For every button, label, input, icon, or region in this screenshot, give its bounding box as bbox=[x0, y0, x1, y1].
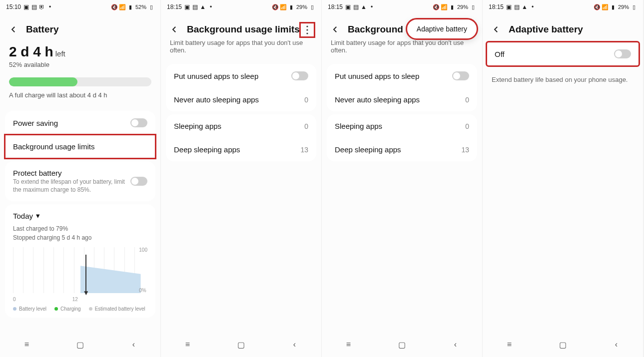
put-unused-sleep-row[interactable]: Put unused apps to sleep bbox=[327, 64, 477, 88]
dot-icon: • bbox=[530, 4, 536, 10]
put-sleep-label: Put unused apps to sleep bbox=[335, 72, 419, 80]
group-sleeping-apps: Sleeping apps 0 Deep sleeping apps 13 bbox=[166, 114, 316, 161]
back-icon[interactable] bbox=[170, 25, 179, 34]
adaptive-battery-label: Adaptive battery bbox=[417, 25, 467, 33]
sleeping-apps-row[interactable]: Sleeping apps 0 bbox=[166, 114, 316, 138]
power-saving-row[interactable]: Power saving bbox=[5, 111, 155, 135]
warn-icon: ▲ bbox=[522, 4, 528, 10]
adaptive-toggle[interactable] bbox=[614, 49, 631, 58]
dot-icon: • bbox=[47, 4, 53, 10]
last-charged: Last charged to 79% bbox=[13, 224, 147, 233]
back-button[interactable]: ‹ bbox=[124, 339, 144, 350]
image-icon: ▤ bbox=[192, 4, 198, 10]
notif-icon: ▣ bbox=[506, 4, 512, 10]
put-sleep-toggle[interactable] bbox=[291, 71, 308, 80]
today-dropdown[interactable]: Today ▾ bbox=[13, 211, 147, 220]
battery-pct: 29% bbox=[457, 4, 468, 10]
recents-button[interactable]: ≡ bbox=[178, 339, 198, 350]
page-subtitle: Limit battery usage for apps that you do… bbox=[322, 39, 482, 61]
protect-battery-row[interactable]: Protect battery To extend the lifespan o… bbox=[5, 161, 155, 201]
never-auto-row[interactable]: Never auto sleeping apps 0 bbox=[327, 88, 477, 111]
status-bar: 18:15 ▣ ▤ ▲ • 🔇 📶 ▮ 29% ▯ bbox=[161, 0, 321, 14]
sleeping-count: 0 bbox=[304, 122, 308, 130]
recents-button[interactable]: ≡ bbox=[17, 339, 37, 350]
legend-estimated: Estimated battery level bbox=[89, 306, 145, 312]
screen-battery: 15:10 ▣ ▤ ⛨ • 🔇 📶 ▮ 52% ▯ Battery 2 d 4 … bbox=[0, 0, 161, 357]
back-button[interactable]: ‹ bbox=[607, 339, 627, 350]
home-button[interactable]: ▢ bbox=[392, 339, 412, 350]
wifi-icon: 📶 bbox=[441, 4, 447, 10]
adaptive-off-row[interactable]: Off bbox=[487, 42, 639, 66]
sleeping-label: Sleeping apps bbox=[335, 122, 382, 130]
put-unused-sleep-row[interactable]: Put unused apps to sleep bbox=[166, 64, 316, 88]
recents-button[interactable]: ≡ bbox=[339, 339, 359, 350]
sleeping-apps-row[interactable]: Sleeping apps 0 bbox=[327, 114, 477, 138]
clock: 18:15 bbox=[328, 3, 343, 10]
mute-icon: 🔇 bbox=[594, 4, 600, 10]
image-icon: ▤ bbox=[31, 4, 37, 10]
deep-count: 13 bbox=[461, 146, 469, 154]
warn-icon: ▲ bbox=[200, 4, 206, 10]
status-bar: 15:10 ▣ ▤ ⛨ • 🔇 📶 ▮ 52% ▯ bbox=[0, 0, 160, 14]
group-sleep-toggle: Put unused apps to sleep Never auto slee… bbox=[327, 64, 477, 111]
clock: 18:15 bbox=[489, 3, 504, 10]
y-bot: 0% bbox=[139, 288, 147, 293]
nav-bar: ≡ ▢ ‹ bbox=[322, 336, 482, 353]
battery-icon: ▯ bbox=[631, 4, 637, 10]
protect-battery-desc: To extend the lifespan of your battery, … bbox=[13, 178, 130, 194]
status-bar: 18:15 ▣ ▤ ▲ • 🔇 📶 ▮ 29% ▯ bbox=[483, 0, 643, 14]
mute-icon: 🔇 bbox=[433, 4, 439, 10]
wifi-icon: 📶 bbox=[280, 4, 286, 10]
battery-icon: ▯ bbox=[309, 4, 315, 10]
back-button[interactable]: ‹ bbox=[446, 339, 466, 350]
more-menu-button[interactable] bbox=[300, 23, 314, 37]
home-button[interactable]: ▢ bbox=[70, 339, 90, 350]
sleeping-count: 0 bbox=[465, 122, 469, 130]
stopped-charging: Stopped charging 5 d 4 h ago bbox=[13, 233, 147, 242]
nav-bar: ≡ ▢ ‹ bbox=[161, 336, 321, 353]
wifi-icon: 📶 bbox=[119, 4, 125, 10]
deep-sleeping-row[interactable]: Deep sleeping apps 13 bbox=[166, 138, 316, 161]
power-saving-label: Power saving bbox=[13, 119, 58, 127]
home-button[interactable]: ▢ bbox=[553, 339, 573, 350]
chart-now-marker bbox=[85, 255, 86, 293]
status-bar: 18:15 ▣ ▤ ▲ • 🔇 📶 ▮ 29% ▯ bbox=[322, 0, 482, 14]
deep-label: Deep sleeping apps bbox=[174, 145, 240, 154]
put-sleep-label: Put unused apps to sleep bbox=[174, 72, 258, 80]
clock: 15:10 bbox=[6, 3, 21, 10]
adaptive-desc: Extend battery life based on your phone … bbox=[483, 69, 643, 90]
image-icon: ▤ bbox=[514, 4, 520, 10]
deep-sleeping-row[interactable]: Deep sleeping apps 13 bbox=[327, 138, 477, 161]
never-auto-count: 0 bbox=[465, 96, 469, 104]
page-title: Adaptive battery bbox=[509, 24, 583, 35]
back-icon[interactable] bbox=[9, 25, 18, 34]
deep-label: Deep sleeping apps bbox=[335, 145, 401, 154]
put-sleep-toggle[interactable] bbox=[452, 71, 469, 80]
bg-limits-label: Background usage limits bbox=[13, 142, 94, 151]
background-usage-limits-row[interactable]: Background usage limits bbox=[5, 135, 155, 158]
header: Adaptive battery bbox=[483, 14, 643, 39]
wifi-icon: 📶 bbox=[602, 4, 608, 10]
settings-group-2: Protect battery To extend the lifespan o… bbox=[5, 161, 155, 201]
recents-button[interactable]: ≡ bbox=[500, 339, 520, 350]
header: Background usage limits bbox=[161, 14, 321, 39]
pct-available: 52% available bbox=[9, 61, 151, 68]
off-label: Off bbox=[495, 50, 505, 58]
never-auto-row[interactable]: Never auto sleeping apps 0 bbox=[166, 88, 316, 111]
full-charge-hint: A full charge will last about 4 d 4 h bbox=[0, 91, 160, 108]
battery-icon: ▯ bbox=[148, 4, 154, 10]
back-icon[interactable] bbox=[331, 25, 340, 34]
battery-chart-card: Today ▾ Last charged to 79% Stopped char… bbox=[5, 204, 155, 318]
signal-icon: ▮ bbox=[449, 4, 455, 10]
signal-icon: ▮ bbox=[127, 4, 133, 10]
home-button[interactable]: ▢ bbox=[231, 339, 251, 350]
adaptive-battery-menuitem[interactable]: Adaptive battery bbox=[407, 19, 477, 39]
power-saving-toggle[interactable] bbox=[130, 118, 147, 127]
protect-battery-toggle[interactable] bbox=[130, 177, 147, 186]
dot-icon: • bbox=[208, 4, 214, 10]
battery-time-left: 2 d 4 h left 52% available bbox=[0, 39, 160, 70]
back-icon[interactable] bbox=[492, 25, 501, 34]
mute-icon: 🔇 bbox=[111, 4, 117, 10]
battery-progress-fill bbox=[9, 77, 77, 86]
back-button[interactable]: ‹ bbox=[285, 339, 305, 350]
